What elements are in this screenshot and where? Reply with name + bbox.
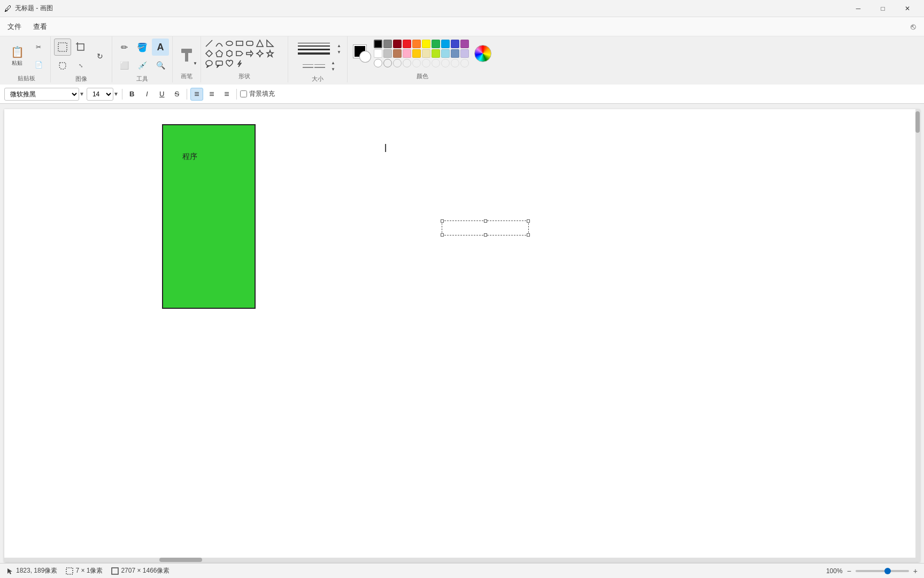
strikethrough-button[interactable]: S bbox=[171, 88, 183, 101]
color-circle-none[interactable] bbox=[374, 59, 382, 67]
shape-rtri[interactable] bbox=[265, 39, 275, 48]
color-white[interactable] bbox=[374, 49, 382, 58]
shape-star4[interactable] bbox=[255, 49, 265, 58]
shape-arrow[interactable] bbox=[245, 49, 255, 58]
shape-tri[interactable] bbox=[255, 39, 265, 48]
shape-heart[interactable] bbox=[225, 59, 234, 69]
bold-button[interactable]: B bbox=[126, 88, 138, 101]
zoom-out-button[interactable]: − bbox=[847, 567, 851, 575]
shape-bubble1[interactable] bbox=[204, 59, 214, 69]
shape-oval[interactable] bbox=[225, 39, 234, 48]
outline-down[interactable]: ▼ bbox=[330, 66, 336, 72]
pencil-button[interactable]: ✏ bbox=[116, 39, 133, 56]
align-right-button[interactable]: ≡ bbox=[220, 88, 233, 101]
color-circle-6[interactable] bbox=[432, 59, 440, 67]
color-circle-8[interactable] bbox=[451, 59, 459, 67]
zoom-thumb[interactable] bbox=[884, 568, 891, 574]
shape-hex[interactable] bbox=[225, 49, 234, 58]
color-skyblue[interactable] bbox=[441, 49, 450, 58]
align-left-button[interactable]: ≡ bbox=[190, 88, 203, 101]
color-circle-7[interactable] bbox=[441, 59, 450, 67]
shape-bubble2[interactable] bbox=[214, 59, 224, 69]
outline-up[interactable]: ▲ bbox=[330, 60, 336, 65]
color-gray1[interactable] bbox=[383, 40, 392, 48]
color-pick-button[interactable]: 💉 bbox=[134, 57, 151, 74]
maximize-button[interactable]: □ bbox=[871, 0, 895, 17]
shape-pent[interactable] bbox=[214, 49, 224, 58]
minimize-button[interactable]: ─ bbox=[846, 0, 871, 17]
color-periwinkle[interactable] bbox=[451, 49, 459, 58]
size-up[interactable]: ▲ bbox=[336, 43, 342, 48]
canvas-area[interactable]: 程序 I bbox=[4, 109, 920, 562]
shape-line1[interactable] bbox=[204, 39, 214, 48]
zoom-in-button[interactable]: + bbox=[913, 567, 918, 575]
shape-diamond[interactable] bbox=[204, 49, 214, 58]
color-orange[interactable] bbox=[412, 40, 421, 48]
size-down[interactable]: ▼ bbox=[336, 49, 342, 55]
scrollbar-bottom[interactable] bbox=[4, 558, 915, 562]
handle-br[interactable] bbox=[527, 233, 530, 237]
align-center-button[interactable]: ≡ bbox=[205, 88, 218, 101]
font-selector[interactable]: 微软推黑 bbox=[4, 88, 79, 101]
color-pink[interactable] bbox=[403, 49, 411, 58]
scrollbar-right[interactable] bbox=[915, 109, 920, 562]
color-wheel[interactable] bbox=[474, 45, 491, 62]
background-color[interactable] bbox=[360, 51, 371, 62]
color-lgray[interactable] bbox=[383, 49, 392, 58]
handle-tr[interactable] bbox=[527, 219, 530, 223]
share-icon[interactable]: ⎋ bbox=[905, 18, 922, 35]
color-circle-3[interactable] bbox=[403, 59, 411, 67]
zoom-slider[interactable] bbox=[856, 570, 909, 572]
shape-rright[interactable] bbox=[235, 49, 244, 58]
shape-lightning[interactable] bbox=[235, 59, 244, 69]
color-circle-5[interactable] bbox=[422, 59, 430, 67]
rotate-button[interactable]: ↻ bbox=[91, 48, 109, 65]
color-circle-4[interactable] bbox=[412, 59, 421, 67]
color-black[interactable] bbox=[374, 40, 382, 48]
color-yellow[interactable] bbox=[422, 40, 430, 48]
handle-bl[interactable] bbox=[441, 233, 444, 237]
color-circle-9[interactable] bbox=[460, 59, 469, 67]
paste-button[interactable]: 📋 粘贴 bbox=[5, 42, 29, 70]
menu-view[interactable]: 查看 bbox=[28, 20, 52, 34]
cut-button[interactable]: ✂ bbox=[30, 39, 47, 56]
color-lgreen[interactable] bbox=[432, 49, 440, 58]
brush-select-button[interactable]: ▼ bbox=[176, 40, 197, 70]
color-blue[interactable] bbox=[451, 40, 459, 48]
text-selection-box[interactable] bbox=[442, 220, 529, 235]
color-circle-gray1[interactable] bbox=[383, 59, 392, 67]
color-gold[interactable] bbox=[412, 49, 421, 58]
color-darkred[interactable] bbox=[393, 40, 402, 48]
handle-tl[interactable] bbox=[441, 219, 444, 223]
color-green[interactable] bbox=[432, 40, 440, 48]
underline-button[interactable]: U bbox=[156, 88, 168, 101]
select-free-button[interactable] bbox=[54, 57, 71, 74]
handle-bm[interactable] bbox=[484, 233, 487, 237]
italic-button[interactable]: I bbox=[141, 88, 153, 101]
bg-fill-checkbox[interactable] bbox=[240, 90, 247, 97]
eraser-button[interactable]: ⬜ bbox=[116, 57, 133, 74]
green-rectangle-shape[interactable]: 程序 bbox=[162, 124, 256, 309]
shape-star5[interactable] bbox=[265, 49, 275, 58]
color-circle-gray2[interactable] bbox=[393, 59, 402, 67]
text-button[interactable]: A bbox=[152, 39, 169, 56]
color-brown[interactable] bbox=[393, 49, 402, 58]
color-cream[interactable] bbox=[422, 49, 430, 58]
color-purple[interactable] bbox=[460, 40, 469, 48]
zoom-tool-button[interactable]: 🔍 bbox=[152, 57, 169, 74]
resize-button[interactable]: ⤡ bbox=[72, 57, 89, 74]
fill-button[interactable]: 🪣 bbox=[134, 39, 151, 56]
menu-file[interactable]: 文件 bbox=[2, 20, 27, 34]
color-lavender[interactable] bbox=[460, 49, 469, 58]
font-size-selector[interactable]: 14 bbox=[87, 88, 113, 101]
crop-button[interactable] bbox=[72, 39, 89, 56]
close-button[interactable]: ✕ bbox=[895, 0, 920, 17]
copy-button[interactable]: 📄 bbox=[30, 56, 47, 73]
handle-tm[interactable] bbox=[484, 219, 487, 223]
select-rect-button[interactable] bbox=[54, 39, 71, 56]
text-cursor[interactable]: I bbox=[384, 141, 387, 155]
shape-curve[interactable] bbox=[214, 39, 224, 48]
shape-rrect[interactable] bbox=[245, 39, 255, 48]
color-red[interactable] bbox=[403, 40, 411, 48]
color-cyan[interactable] bbox=[441, 40, 450, 48]
